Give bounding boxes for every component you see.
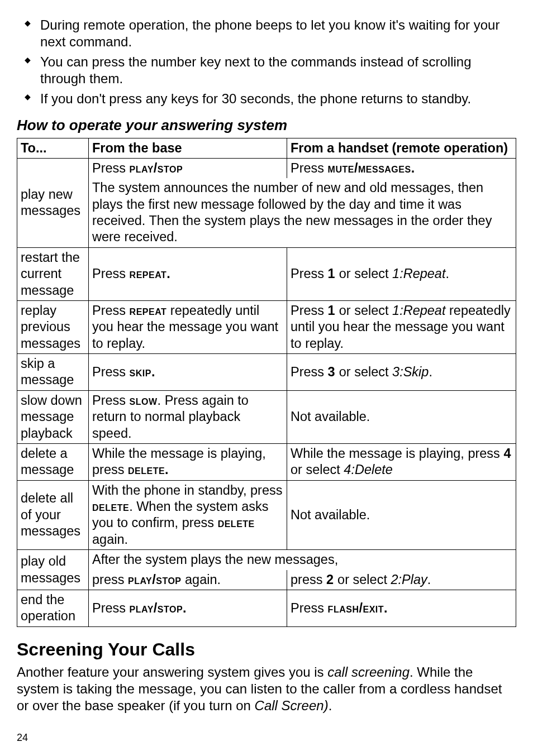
cell-handset: Press flash/exit. — [287, 590, 516, 626]
table-row: play old messages After the system plays… — [17, 550, 516, 570]
table-row: delete all of your messages With the pho… — [17, 480, 516, 550]
bullet-item: You can press the number key next to the… — [28, 54, 516, 87]
cell-to: skip a message — [17, 354, 89, 391]
cell-base: While the message is playing, press dele… — [89, 443, 287, 480]
cell-shared: After the system plays the new messages, — [89, 550, 516, 570]
cell-handset: Not available. — [287, 390, 516, 443]
table-row: restart the current message Press repeat… — [17, 247, 516, 300]
table-row: play new messages Press play/stop Press … — [17, 158, 516, 178]
cell-to: end the operation — [17, 590, 89, 626]
heading-screening: Screening Your Calls — [17, 638, 516, 661]
cell-to: replay previous messages — [17, 300, 89, 353]
cell-handset: Press mute/messages. — [287, 158, 516, 178]
table-header-row: To... From the base From a handset (remo… — [17, 138, 516, 158]
cell-merged-body: The system announces the number of new a… — [89, 178, 516, 247]
table-row: press play/stop again. press 2 or select… — [17, 570, 516, 590]
table-row: slow down message playback Press slow. P… — [17, 390, 516, 443]
operations-table: To... From the base From a handset (remo… — [17, 138, 516, 627]
screening-paragraph: Another feature your answering system gi… — [17, 664, 516, 714]
table-row: replay previous messages Press repeat re… — [17, 300, 516, 353]
cell-handset: press 2 or select 2:Play. — [287, 570, 516, 590]
cell-to: slow down message playback — [17, 390, 89, 443]
cell-base: With the phone in standby, press delete.… — [89, 480, 287, 550]
cell-to: delete all of your messages — [17, 480, 89, 550]
table-row: skip a message Press skip. Press 3 or se… — [17, 354, 516, 391]
cell-handset: Press 1 or select 1:Repeat repeatedly un… — [287, 300, 516, 353]
header-base: From the base — [89, 138, 287, 158]
bullet-item: If you don't press any keys for 30 secon… — [28, 90, 516, 107]
header-handset: From a handset (remote operation) — [287, 138, 516, 158]
cell-base: Press repeat repeatedly until you hear t… — [89, 300, 287, 353]
page-number: 24 — [17, 731, 28, 744]
subheading: How to operate your answering system — [17, 116, 516, 135]
cell-handset: Not available. — [287, 480, 516, 550]
cell-base: Press play/stop. — [89, 590, 287, 626]
bullet-item: During remote operation, the phone beeps… — [28, 17, 516, 50]
cell-to: play old messages — [17, 550, 89, 590]
table-row: delete a message While the message is pl… — [17, 443, 516, 480]
cell-handset: While the message is playing, press 4 or… — [287, 443, 516, 480]
header-to: To... — [17, 138, 89, 158]
cell-base: Press slow. Press again to return to nor… — [89, 390, 287, 443]
cell-to: restart the current message — [17, 247, 89, 300]
table-row: end the operation Press play/stop. Press… — [17, 590, 516, 626]
cell-handset: Press 3 or select 3:Skip. — [287, 354, 516, 391]
cell-base: press play/stop again. — [89, 570, 287, 590]
cell-base: Press play/stop — [89, 158, 287, 178]
cell-base: Press repeat. — [89, 247, 287, 300]
cell-base: Press skip. — [89, 354, 287, 391]
cell-to: delete a message — [17, 443, 89, 480]
cell-handset: Press 1 or select 1:Repeat. — [287, 247, 516, 300]
bullet-list: During remote operation, the phone beeps… — [17, 17, 516, 107]
cell-to: play new messages — [17, 158, 89, 247]
table-row: The system announces the number of new a… — [17, 178, 516, 247]
